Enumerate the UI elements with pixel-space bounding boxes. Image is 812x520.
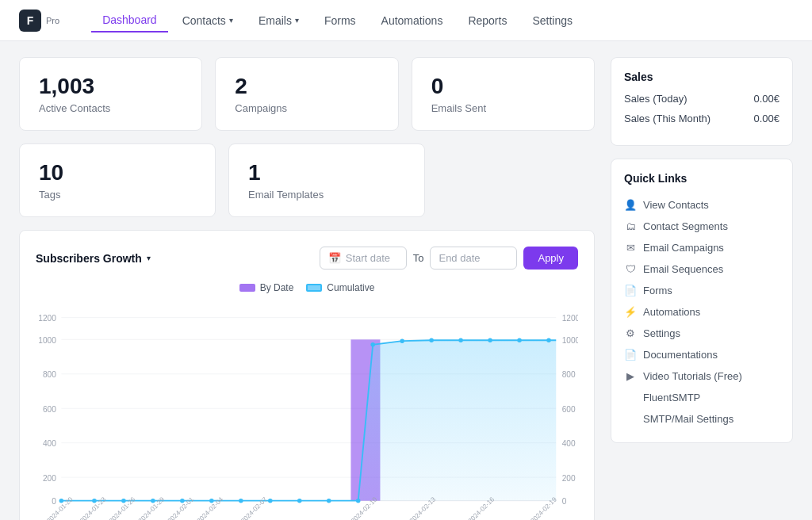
svg-text:2024-02-01: 2024-02-01: [166, 495, 195, 520]
video-tutorials-label: Video Tutorials (Free): [643, 370, 742, 382]
svg-point-30: [327, 499, 331, 503]
svg-point-37: [517, 338, 522, 342]
subscribers-chart: 1200 1000 800 600 400 200 0 1200 1000 80…: [36, 300, 578, 520]
campaigns-number: 2: [235, 74, 378, 99]
start-date-input[interactable]: 📅 Start date: [320, 247, 407, 270]
nav-settings[interactable]: Settings: [521, 9, 584, 32]
quick-links-list: 👤 View Contacts 🗂 Contact Segments ✉ Ema…: [624, 194, 779, 430]
chart-controls: 📅 Start date To End date Apply: [320, 247, 578, 270]
quick-link-view-contacts[interactable]: 👤 View Contacts: [624, 194, 779, 216]
nav-dashboard[interactable]: Dashboard: [91, 9, 168, 32]
sales-title: Sales: [624, 71, 779, 83]
quick-link-contact-segments[interactable]: 🗂 Contact Segments: [624, 216, 779, 237]
quick-link-email-sequences[interactable]: 🛡 Email Sequences: [624, 258, 779, 280]
svg-point-35: [458, 338, 463, 342]
stats-spacer: [438, 143, 595, 217]
tags-number: 10: [39, 160, 196, 185]
legend-by-date: By Date: [239, 282, 294, 293]
campaigns-label: Campaigns: [235, 102, 378, 114]
smtp-mail-settings-label: SMTP/Mail Settings: [643, 413, 733, 425]
quick-link-fluent-smtp[interactable]: FluentSMTP: [624, 387, 779, 408]
emails-sent-number: 0: [431, 74, 575, 99]
stats-row-1: 1,003 Active Contacts 2 Campaigns 0 Emai…: [19, 57, 595, 131]
quick-link-settings[interactable]: ⚙ Settings: [624, 323, 779, 344]
nav-automations[interactable]: Automations: [370, 9, 454, 32]
stat-tags: 10 Tags: [19, 143, 216, 217]
sales-items: Sales (Today) 0.00€ Sales (This Month) 0…: [624, 93, 779, 124]
active-contacts-label: Active Contacts: [39, 102, 182, 114]
fluent-smtp-label: FluentSMTP: [643, 392, 700, 403]
end-date-input[interactable]: End date: [430, 247, 517, 270]
end-date-placeholder: End date: [439, 252, 480, 264]
forms-icon: 📄: [624, 285, 637, 296]
quick-links-title: Quick Links: [624, 172, 779, 185]
email-sequences-icon: 🛡: [624, 263, 637, 275]
sales-today-label: Sales (Today): [624, 93, 687, 105]
chart-section: Subscribers Growth ▾ 📅 Start date To End…: [19, 230, 595, 520]
apply-button[interactable]: Apply: [523, 247, 578, 270]
quick-link-email-campaigns[interactable]: ✉ Email Campaigns: [624, 237, 779, 258]
cumulative-swatch: [306, 284, 322, 292]
nav-contacts[interactable]: Contacts ▾: [171, 9, 244, 32]
emails-sent-label: Emails Sent: [431, 102, 575, 114]
chart-title-group: Subscribers Growth ▾: [36, 252, 151, 265]
sales-card: Sales Sales (Today) 0.00€ Sales (This Mo…: [611, 57, 793, 146]
video-icon: ▶: [624, 370, 637, 382]
email-templates-label: Email Templates: [248, 189, 405, 201]
page-layout: 1,003 Active Contacts 2 Campaigns 0 Emai…: [0, 41, 812, 520]
svg-text:1000: 1000: [38, 336, 56, 345]
svg-point-38: [546, 338, 551, 342]
nav-reports[interactable]: Reports: [457, 9, 518, 32]
svg-text:2024-02-07: 2024-02-07: [239, 495, 269, 520]
svg-text:2024-01-20: 2024-01-20: [45, 495, 75, 520]
automations-label: Automations: [643, 306, 700, 318]
svg-text:0: 0: [562, 497, 567, 506]
svg-point-34: [429, 338, 434, 342]
sales-month-value: 0.00€: [753, 113, 779, 124]
chart-header: Subscribers Growth ▾ 📅 Start date To End…: [36, 247, 578, 270]
chart-title-chevron-icon[interactable]: ▾: [147, 254, 151, 262]
stats-row-2: 10 Tags 1 Email Templates: [19, 143, 595, 217]
svg-text:0: 0: [52, 497, 56, 506]
nav-links: Dashboard Contacts ▾ Emails ▾ Forms Auto…: [91, 9, 793, 32]
stat-active-contacts: 1,003 Active Contacts: [19, 57, 202, 131]
calendar-start-icon: 📅: [328, 252, 341, 264]
email-sequences-label: Email Sequences: [643, 263, 723, 275]
docs-icon: 📄: [624, 349, 637, 361]
topnav: F Pro Dashboard Contacts ▾ Emails ▾ Form…: [0, 0, 812, 41]
sales-month-label: Sales (This Month): [624, 113, 710, 124]
start-date-placeholder: Start date: [346, 252, 390, 264]
quick-link-smtp-mail-settings[interactable]: SMTP/Mail Settings: [624, 408, 779, 430]
stat-campaigns: 2 Campaigns: [215, 57, 398, 131]
svg-text:800: 800: [43, 370, 56, 379]
nav-forms[interactable]: Forms: [313, 9, 367, 32]
emails-chevron-icon: ▾: [295, 16, 299, 25]
chart-title: Subscribers Growth: [36, 252, 142, 265]
svg-text:2024-01-23: 2024-01-23: [78, 495, 107, 520]
svg-text:1000: 1000: [562, 336, 578, 345]
quick-link-forms[interactable]: 📄 Forms: [624, 280, 779, 301]
svg-text:200: 200: [562, 474, 576, 483]
email-campaigns-icon: ✉: [624, 242, 637, 254]
by-date-label: By Date: [260, 282, 294, 293]
quick-link-documentations[interactable]: 📄 Documentations: [624, 344, 779, 365]
contacts-chevron-icon: ▾: [229, 16, 233, 25]
forms-label: Forms: [643, 285, 672, 296]
quick-link-automations[interactable]: ⚡ Automations: [624, 301, 779, 323]
quick-link-video-tutorials[interactable]: ▶ Video Tutorials (Free): [624, 365, 779, 387]
sidebar: Sales Sales (Today) 0.00€ Sales (This Mo…: [611, 57, 793, 520]
logo-icon: F: [19, 10, 41, 32]
logo[interactable]: F Pro: [19, 10, 59, 32]
sales-today-value: 0.00€: [753, 93, 779, 105]
svg-point-36: [488, 338, 492, 342]
active-contacts-number: 1,003: [39, 74, 182, 99]
svg-text:800: 800: [562, 370, 576, 379]
stat-emails-sent: 0 Emails Sent: [412, 57, 595, 131]
svg-text:1200: 1200: [562, 314, 578, 323]
svg-text:600: 600: [562, 405, 576, 414]
nav-emails[interactable]: Emails ▾: [247, 9, 310, 32]
to-label: To: [413, 252, 424, 264]
user-icon: 👤: [624, 199, 637, 211]
documentations-label: Documentations: [643, 349, 718, 361]
settings-label: Settings: [643, 327, 680, 339]
